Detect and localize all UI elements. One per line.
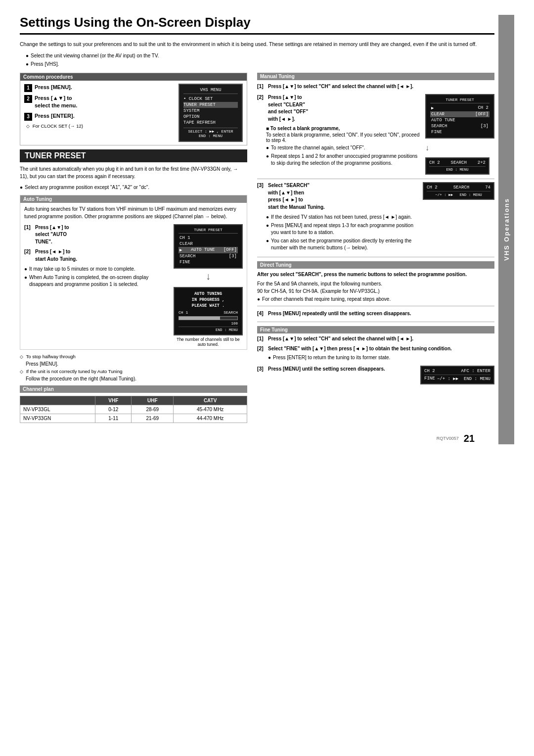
arrow-down-icon-2: ↓ [425, 143, 429, 152]
vhs-menu-nav: SELECT : ▶▶ , ENTEREND : MENU [183, 128, 238, 138]
blank-note-header: ■ To select a blank programme, [266, 126, 421, 131]
common-step-2: 2 Press [▲▼] to select the menu. [24, 94, 174, 110]
manual-step3-screen: CH 2 SEARCH 74 −/+ : ▶▶ END : MENU [423, 182, 494, 200]
direct-tuning-note: ● For other channels that require tuning… [257, 296, 494, 303]
direct-tuning-header: Direct Tuning [257, 261, 494, 269]
table-row: NV-VP33GN 1-11 21-69 44-470 MHz [20, 414, 247, 423]
manual-step2-screen1: TUNER PRESET CH 2 CLEAR[OFF] AUTO TUNE S… [425, 94, 494, 139]
screen-row-system: SYSTEM [183, 108, 238, 114]
channel-plan-section: Channel plan VHF UHF CATV NV-VP33GL [20, 385, 247, 423]
intro-bullet2: ● Press [VHS]. [26, 61, 494, 68]
step3-note3: ● You can also set the programme positio… [266, 237, 419, 251]
page-footer: RQTV0057 21 [20, 433, 494, 444]
fine-step-3: [3] Press [MENU] until the setting scree… [257, 366, 494, 384]
manual-step2-screen2: CH 2 SEARCH 2+2 END : MENU [425, 157, 490, 175]
auto-step-1: [1] Press [▲▼] to select "AUTO TUNE". [24, 224, 169, 246]
doc-code: RQTV0057 [437, 436, 459, 441]
fine-tuning-header: Fine Tuning [257, 326, 494, 333]
auto-note-1: ● It may take up to 5 minutes or more to… [24, 266, 169, 273]
common-procedures-header: Common procedures [20, 73, 247, 81]
repeat-note: ● Repeat steps 1 and 2 for another unocc… [266, 153, 421, 167]
fine-step-1: [1] Press [▲▼] to select "CH" and select… [257, 335, 494, 343]
tuner-preset-intro: The unit tunes automatically when you pl… [20, 165, 247, 180]
not-tuned-action: Follow the procedure on the right (Manua… [26, 376, 247, 381]
auto-tuning-header: Auto Tuning [20, 195, 247, 203]
divider1 [257, 179, 494, 179]
auto-step-2: [2] Press [◄ ►] to start Auto Tuning. [24, 248, 169, 263]
intro-bullet1: ● Select the unit viewing channel (or th… [26, 52, 494, 59]
vhs-sidebar-label: VHS Operations [503, 198, 510, 261]
step3-note1: ● If the desired TV station has not been… [266, 214, 419, 221]
divider4 [257, 322, 494, 322]
vhs-menu-screen: VHS MENU • CLOCK SET TUNER PRESET SYSTEM… [178, 84, 243, 142]
progress-caption: The number of channels still to be auto … [174, 337, 243, 347]
common-procedures-section: Common procedures 1 Press [MENU]. 2 Pres… [20, 73, 247, 145]
channel-table: VHF UHF CATV NV-VP33GL 0-12 28-69 45-470… [20, 396, 247, 423]
step3-note2: ● Press [MENU] and repeat steps 1-3 for … [266, 222, 419, 236]
auto-tuning-intro: Auto tuning searches for TV stations fro… [24, 205, 243, 220]
divider3 [257, 306, 494, 306]
stop-press: Press [MENU]. [26, 361, 247, 367]
screen-row-option: OPTION [183, 114, 238, 120]
screen-row-tuner: TUNER PRESET [183, 102, 238, 108]
screen-row-tape: TAPE REFRESH [183, 120, 238, 126]
blank-note-text: To select a blank programme, select "ON"… [266, 132, 421, 143]
fine-step-2: [2] Select "FINE" with [▲▼] then press [… [257, 345, 494, 363]
direct-tuning-bold: After you select "SEARCH", press the num… [257, 271, 494, 278]
channel-plan-header: Channel plan [20, 385, 247, 393]
manual-step-3: [3] Select "SEARCH" with [▲▼] then press… [257, 182, 494, 253]
restore-note: ● To restore the channel again, select "… [266, 144, 421, 151]
page-title: Settings Using the On-Screen Display [20, 15, 494, 35]
tuner-preset-screen1: TUNER PRESET CH 1 CLEAR AUTO TUNE[OFF] S… [174, 224, 243, 269]
tuner-preset-header: TUNER PRESET [20, 149, 247, 162]
common-step-3: 3 Press [ENTER]. [24, 112, 174, 121]
manual-step-1: [1] Press [▲▼] to select "CH" and select… [257, 83, 494, 91]
intro-text: Change the settings to suit your prefere… [20, 41, 494, 48]
manual-tuning-header: Manual Tuning [257, 73, 494, 80]
tuner-preset-bullet1: ● Select any programme position except "… [20, 184, 247, 191]
fine-step3-screen: CH 2 AFC : ENTER FINE −/+ : ▶▶ END : MEN… [420, 366, 494, 384]
vhs-operations-sidebar: VHS Operations [498, 15, 514, 444]
manual-step-2: [2] Press [▲▼] to select "CLEAR" and sel… [257, 94, 494, 175]
vhs-menu-title: VHS MENU [183, 88, 238, 94]
common-step-1: 1 Press [MENU]. [24, 84, 174, 92]
manual-step-4: [4] Press [MENU] repeatedly until the se… [257, 310, 494, 318]
page-number: 21 [464, 433, 475, 444]
table-row: NV-VP33GL 0-12 28-69 45-470 MHz [20, 405, 247, 414]
auto-tuning-section: Auto Tuning Auto tuning searches for TV … [20, 195, 247, 350]
progress-bar [178, 316, 238, 320]
auto-tuning-steps: [1] Press [▲▼] to select "AUTO TUNE". [2… [24, 224, 243, 347]
auto-tuning-progress-screen: AUTO TUNING IN PROGRESS , PLEASE WAIT . … [174, 287, 243, 335]
divider2 [257, 257, 494, 257]
screen-row-clock: • CLOCK SET [183, 96, 238, 102]
stop-notes: ◇ To stop halfway through Press [MENU]. … [20, 354, 247, 381]
arrow-down-icon: ↓ [206, 271, 211, 282]
auto-note-2: ● When Auto Tuning is completed, the on-… [24, 274, 169, 288]
direct-tuning-text: For the 5A and 9A channels, input the fo… [257, 280, 494, 295]
clock-note: ◇ For CLOCK SET (→ 12) [26, 123, 174, 129]
